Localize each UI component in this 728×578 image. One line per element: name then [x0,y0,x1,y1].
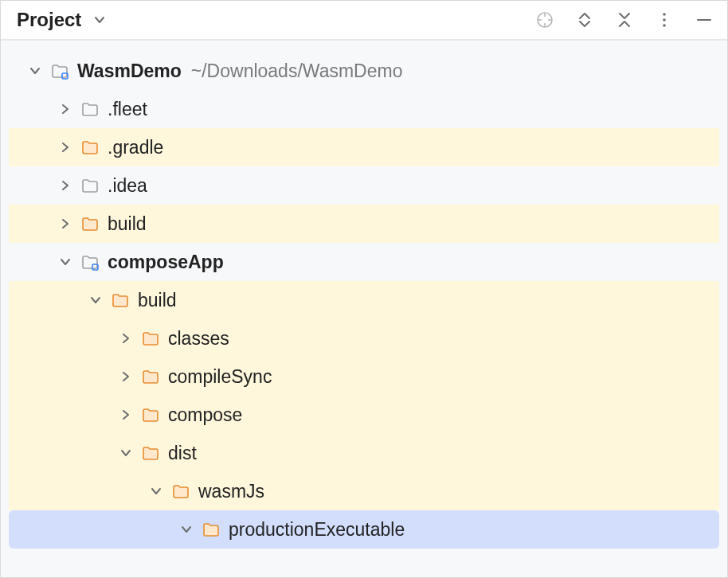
tree-item-build2[interactable]: build [9,281,719,319]
project-panel-header: Project [1,1,727,41]
indent-spacer [15,262,53,263]
folder-orange-icon [141,329,160,348]
folder-orange-icon [202,520,221,539]
tree-item-label: WasmDemo [77,61,182,82]
tree-item-label: composeApp [108,252,224,273]
tree-item-idea[interactable]: .idea [9,166,719,205]
tree-item-build1[interactable]: build [9,205,719,243]
expand-all-icon[interactable] [574,10,595,30]
folder-orange-icon [171,482,190,501]
folder-orange-icon [141,443,160,463]
svg-point-5 [663,13,666,16]
indent-spacer [15,300,84,301]
chevron-down-icon[interactable] [85,290,106,310]
project-tree[interactable]: WasmDemo~/Downloads/WasmDemo .fleet .gra… [1,41,727,577]
collapse-all-icon[interactable] [614,10,635,30]
module-folder-icon [50,61,69,80]
header-actions [534,10,714,30]
indent-spacer [15,71,23,72]
tree-item-label: productionExecutable [229,519,405,541]
module-folder-icon [80,252,100,271]
folder-orange-icon [80,214,100,233]
folder-orange-icon [80,138,100,157]
tree-item-label: wasmJs [198,481,264,502]
tree-item-dist[interactable]: dist [9,434,719,472]
more-options-icon[interactable] [654,10,675,30]
chevron-down-icon[interactable] [176,519,197,540]
tree-item-label: .idea [108,175,147,197]
indent-spacer [15,377,114,377]
tree-item-composeApp[interactable]: composeApp [9,243,719,281]
tree-item-location: ~/Downloads/WasmDemo [191,61,403,82]
chevron-right-icon[interactable] [55,137,76,158]
tree-item-classes[interactable]: classes [9,319,719,357]
tree-item-productionExecutable[interactable]: productionExecutable [9,510,719,549]
indent-spacer [15,186,53,186]
tree-item-wasmJs[interactable]: wasmJs [9,472,719,510]
indent-spacer [15,338,114,339]
tree-item-gradle[interactable]: .gradle [9,128,719,166]
indent-spacer [15,453,114,454]
chevron-down-icon[interactable] [115,443,136,463]
tree-item-label: classes [168,328,229,350]
chevron-right-icon[interactable] [115,328,136,349]
indent-spacer [15,491,144,492]
tree-item-label: compileSync [168,366,272,388]
chevron-down-icon[interactable] [146,481,166,502]
indent-spacer [15,224,53,225]
chevron-right-icon[interactable] [115,404,136,425]
hide-panel-icon[interactable] [694,10,714,30]
folder-orange-icon [111,291,130,310]
folder-gray-icon [80,176,100,195]
indent-spacer [15,147,53,148]
folder-orange-icon [141,405,160,424]
chevron-down-icon[interactable] [55,252,76,272]
indent-spacer [15,109,53,110]
folder-orange-icon [141,367,160,386]
chevron-down-icon[interactable] [25,61,45,81]
chevron-right-icon[interactable] [55,99,76,119]
indent-spacer [15,415,114,416]
dropdown-chevron-icon[interactable] [89,10,110,30]
folder-gray-icon [80,100,100,119]
tree-item-root[interactable]: WasmDemo~/Downloads/WasmDemo [9,52,719,90]
svg-point-6 [663,18,666,21]
header-left: Project [17,9,110,31]
tree-item-label: build [108,213,147,235]
chevron-right-icon[interactable] [115,366,136,387]
tree-item-compose[interactable]: compose [9,396,719,434]
tree-item-label: build [138,290,177,311]
select-opened-file-icon[interactable] [534,10,555,30]
svg-point-7 [663,24,666,27]
project-title: Project [17,9,81,31]
tree-item-label: .fleet [108,99,147,120]
tree-item-label: compose [168,404,242,426]
tree-item-label: .gradle [108,137,163,158]
indent-spacer [15,529,174,530]
tree-item-compileSync[interactable]: compileSync [9,357,719,396]
tree-item-label: dist [168,443,197,464]
chevron-right-icon[interactable] [55,175,76,196]
tree-item-fleet[interactable]: .fleet [9,90,719,128]
chevron-right-icon[interactable] [55,213,76,234]
